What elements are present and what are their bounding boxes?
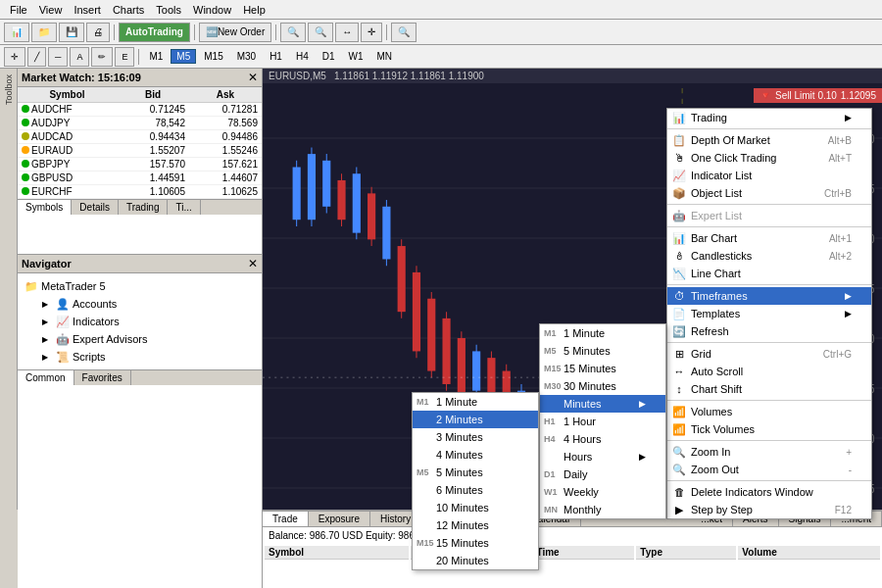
sub-1min[interactable]: M1 1 Minute <box>540 324 665 342</box>
chart-scroll-btn[interactable]: ↔ <box>335 23 359 42</box>
cm-trading[interactable]: 📊 Trading ▶ <box>667 109 871 126</box>
save-btn[interactable]: 💾 <box>59 23 84 42</box>
market-watch-close[interactable]: ✕ <box>248 71 258 84</box>
sub-1hour[interactable]: H1 1 Hour <box>540 413 665 430</box>
tab-trading[interactable]: Trading <box>119 200 169 215</box>
navigator-close[interactable]: ✕ <box>248 257 258 270</box>
cm-bar-chart[interactable]: 📊 Bar Chart Alt+1 <box>667 229 871 247</box>
sub-5min[interactable]: M5 5 Minutes <box>540 342 665 360</box>
sub-1min-label: 1 Minute <box>564 327 605 339</box>
fib-tool[interactable]: E <box>115 47 134 67</box>
nav-tabs: Common Favorites <box>18 369 262 385</box>
sub-minutes[interactable]: Minutes ▶ <box>540 395 665 413</box>
crosshair-btn[interactable]: ✛ <box>361 23 382 42</box>
search-btn[interactable]: 🔍 <box>391 23 416 42</box>
cm-auto-scroll[interactable]: ↔ Auto Scroll <box>667 363 871 380</box>
sub-hours[interactable]: Hours ▶ <box>540 448 665 466</box>
tf-mn[interactable]: MN <box>371 49 399 64</box>
tf-h1[interactable]: H1 <box>264 49 288 64</box>
tf-h4[interactable]: H4 <box>290 49 315 64</box>
line-tool[interactable]: ╱ <box>27 47 46 67</box>
menu-tools[interactable]: Tools <box>150 2 187 18</box>
tab-ticks[interactable]: Ti... <box>168 200 200 215</box>
market-watch-row[interactable]: AUDJPY 78,542 78.569 <box>18 117 262 130</box>
tf-w1[interactable]: W1 <box>343 49 369 64</box>
nav-scripts[interactable]: ▶ 📜 Scripts <box>22 348 258 366</box>
min-20[interactable]: 20 Minutes <box>413 552 538 569</box>
menu-view[interactable]: View <box>33 2 69 18</box>
sub-30min[interactable]: M30 30 Minutes <box>540 377 665 395</box>
cm-indicator-list[interactable]: 📈 Indicator List <box>667 167 871 184</box>
cm-one-click[interactable]: 🖱 One Click Trading Alt+T <box>667 149 871 167</box>
sub-15min[interactable]: M15 15 Minutes <box>540 360 665 377</box>
market-watch-row[interactable]: AUDCAD 0.94434 0.94486 <box>18 130 262 144</box>
tab-common[interactable]: Common <box>18 370 74 385</box>
tab-exposure[interactable]: Exposure <box>309 512 370 526</box>
sell-limit-bar[interactable]: 🔻 Sell Limit 0.10 1.12095 <box>754 88 882 103</box>
cm-tick-volumes[interactable]: 📶 Tick Volumes <box>667 420 871 438</box>
nav-accounts[interactable]: ▶ 👤 Accounts <box>22 295 258 313</box>
cm-candlesticks[interactable]: 🕯 Candlesticks Alt+2 <box>667 247 871 265</box>
cm-object-list[interactable]: 📦 Object List Ctrl+B <box>667 184 871 202</box>
menu-help[interactable]: Help <box>237 2 271 18</box>
text-tool[interactable]: A <box>70 47 89 67</box>
cm-depth-market[interactable]: 📋 Depth Of Market Alt+B <box>667 131 871 149</box>
cm-refresh[interactable]: 🔄 Refresh <box>667 322 871 340</box>
new-order-btn[interactable]: 🆕 New Order <box>199 23 271 42</box>
tf-m5[interactable]: M5 <box>171 49 196 64</box>
cm-volumes[interactable]: 📶 Volumes <box>667 403 871 420</box>
tf-d1[interactable]: D1 <box>317 49 341 64</box>
min-4[interactable]: 4 Minutes <box>413 446 538 464</box>
zoom-out-btn[interactable]: 🔍 <box>308 23 333 42</box>
nav-metatrader[interactable]: 📁 MetaTrader 5 <box>22 277 258 295</box>
tab-favorites[interactable]: Favorites <box>74 370 131 385</box>
min-6[interactable]: 6 Minutes <box>413 481 538 499</box>
menu-file[interactable]: File <box>4 2 33 18</box>
menu-insert[interactable]: Insert <box>68 2 107 18</box>
tab-details[interactable]: Details <box>72 200 119 215</box>
hline-tool[interactable]: ─ <box>48 47 68 67</box>
tf-m15[interactable]: M15 <box>198 49 228 64</box>
cm-timeframes[interactable]: ⏱ Timeframes ▶ <box>667 287 871 305</box>
market-watch-row[interactable]: GBPJPY 157.570 157.621 <box>18 158 262 172</box>
min-5[interactable]: M5 5 Minutes <box>413 464 538 481</box>
cm-delete-indicators[interactable]: 🗑 Delete Indicators Window <box>667 483 871 501</box>
sub-4hours[interactable]: H4 4 Hours <box>540 430 665 448</box>
open-btn[interactable]: 📁 <box>31 23 57 42</box>
min-2[interactable]: 2 Minutes <box>413 411 538 428</box>
tf-m30[interactable]: M30 <box>231 49 262 64</box>
sub-monthly[interactable]: MN Monthly <box>540 501 665 518</box>
print-btn[interactable]: 🖨 <box>86 23 110 42</box>
menu-window[interactable]: Window <box>187 2 237 18</box>
tf-m1[interactable]: M1 <box>143 49 169 64</box>
crosshair-tool[interactable]: ✛ <box>4 47 25 67</box>
market-watch-row[interactable]: EURCHF 1.10605 1.10625 <box>18 185 262 199</box>
tab-trade[interactable]: Trade <box>263 512 309 526</box>
min-3[interactable]: 3 Minutes <box>413 428 538 446</box>
tab-symbols[interactable]: Symbols <box>18 200 72 215</box>
cm-line-chart[interactable]: 📉 Line Chart <box>667 265 871 282</box>
min-1[interactable]: M1 1 Minute <box>413 393 538 411</box>
autotrading-btn[interactable]: AutoTrading <box>119 23 190 42</box>
minutes-submenu: M1 1 Minute 2 Minutes 3 Minutes 4 Minute… <box>412 392 539 570</box>
zoom-in-btn[interactable]: 🔍 <box>280 23 306 42</box>
menu-charts[interactable]: Charts <box>107 2 150 18</box>
market-watch-row[interactable]: AUDCHF 0.71245 0.71281 <box>18 103 262 117</box>
min-15[interactable]: M15 15 Minutes <box>413 534 538 552</box>
cm-step-by-step[interactable]: ▶ Step by Step F12 <box>667 501 871 518</box>
sub-weekly[interactable]: W1 Weekly <box>540 483 665 501</box>
nav-indicators[interactable]: ▶ 📈 Indicators <box>22 313 258 330</box>
min-10[interactable]: 10 Minutes <box>413 499 538 516</box>
market-watch-row[interactable]: GBPUSD 1.44591 1.44607 <box>18 172 262 185</box>
min-12[interactable]: 12 Minutes <box>413 516 538 534</box>
sub-daily[interactable]: D1 Daily <box>540 466 665 483</box>
cm-chart-shift[interactable]: ↕ Chart Shift <box>667 380 871 398</box>
market-watch-row[interactable]: EURAUD 1.55207 1.55246 <box>18 144 262 158</box>
nav-expert-advisors[interactable]: ▶ 🤖 Expert Advisors <box>22 330 258 348</box>
cm-templates[interactable]: 📄 Templates ▶ <box>667 305 871 322</box>
cm-zoom-out[interactable]: 🔍 Zoom Out - <box>667 461 871 478</box>
cm-grid[interactable]: ⊞ Grid Ctrl+G <box>667 345 871 363</box>
cm-zoom-in[interactable]: 🔍 Zoom In + <box>667 443 871 461</box>
pencil-tool[interactable]: ✏ <box>91 47 113 67</box>
new-chart-btn[interactable]: 📊 <box>4 23 29 42</box>
